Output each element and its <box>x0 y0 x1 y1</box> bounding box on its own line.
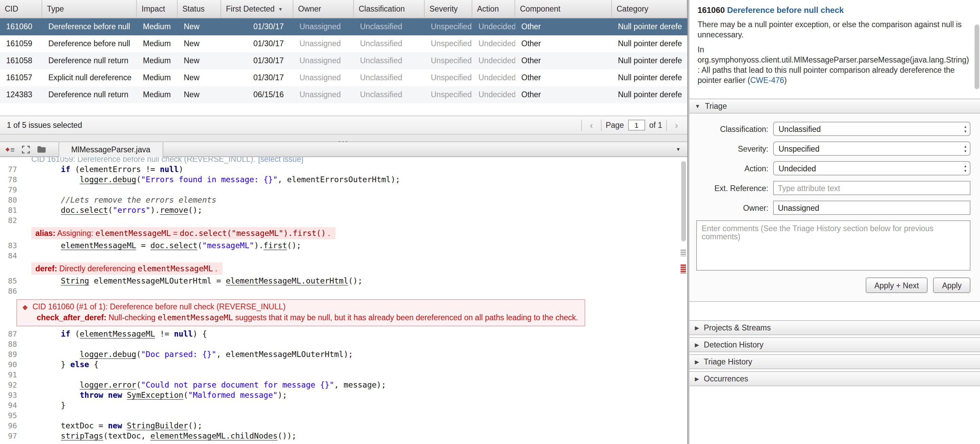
code-scrollbar-thumb[interactable] <box>681 161 686 241</box>
scroll-marker-red[interactable] <box>681 265 686 273</box>
table-row[interactable]: 161058Dereference null returnMediumNew01… <box>0 52 687 69</box>
expand-icon[interactable] <box>21 145 30 153</box>
column-header-label: Owner <box>298 5 321 13</box>
cell-type: Dereference null return <box>42 52 137 69</box>
event-line: alias: Assigning: elementMessageML = doc… <box>0 227 687 239</box>
column-header-label: Action <box>477 5 499 13</box>
coverity-app: CIDTypeImpactStatusFirst Detected▼OwnerC… <box>0 0 980 444</box>
ext-reference-input[interactable] <box>773 181 970 195</box>
line-number: 93 <box>0 390 23 401</box>
section-header-triage-history[interactable]: ▶Triage History <box>689 354 980 369</box>
column-header-first_detected[interactable]: First Detected▼ <box>221 0 293 18</box>
owner-label: Owner: <box>689 204 768 212</box>
cell-owner: Unassigned <box>293 52 354 69</box>
section-header-label: Triage History <box>704 358 752 366</box>
action-select[interactable]: Undecided▲▼ <box>773 161 970 175</box>
show-events-icon[interactable]: ◆ ≡ <box>5 145 14 153</box>
section-header-label: Occurrences <box>704 375 748 383</box>
table-row[interactable]: 161057Explicit null dereferenceMediumNew… <box>0 69 687 86</box>
cell-action: Undecided <box>472 35 515 52</box>
table-row[interactable]: 161060Dereference before nullMediumNew01… <box>0 18 687 35</box>
cell-status: New <box>178 69 221 86</box>
horizontal-splitter[interactable]: ••• <box>0 135 687 142</box>
cell-category: Null pointer derefe <box>612 86 687 103</box>
line-number: 89 <box>0 349 23 360</box>
cell-type: Explicit null dereference <box>42 69 137 86</box>
comment-textarea[interactable] <box>696 220 970 271</box>
expanded-triangle-icon: ▼ <box>695 103 700 109</box>
event-label: deref: <box>35 265 57 273</box>
file-dropdown-icon[interactable]: ▼ <box>676 147 681 152</box>
file-tab-title: MlMessageParser.java <box>71 145 150 153</box>
prev-page-button[interactable]: ‹ <box>586 116 597 134</box>
severity-select[interactable]: Unspecified▲▼ <box>773 141 970 156</box>
pager-divider <box>581 119 582 131</box>
code-line: 81 doc.select("errors").remove(); <box>0 205 687 216</box>
section-header-triage[interactable]: ▼ Triage <box>689 98 980 114</box>
cell-severity: Unspecified <box>425 86 472 103</box>
select-issue-link[interactable]: [select issue] <box>258 157 303 163</box>
column-header-severity[interactable]: Severity <box>425 0 472 18</box>
apply-button[interactable]: Apply <box>933 278 970 293</box>
cell-type: Dereference null return <box>42 86 137 103</box>
column-header-action[interactable]: Action <box>472 0 515 18</box>
cell-owner: Unassigned <box>293 35 354 52</box>
line-number: 84 <box>0 251 23 261</box>
cell-classification: Unclassified <box>354 52 425 69</box>
owner-input[interactable] <box>773 201 970 215</box>
classification-select[interactable]: Unclassified▲▼ <box>773 122 970 136</box>
cell-classification: Unclassified <box>354 86 425 103</box>
table-footer: 1 of 5 issues selected ‹ Page of 1 › <box>0 116 687 135</box>
previous-event-text: CID 161059: Dereference before null chec… <box>31 157 255 163</box>
code-text: logger.debug("Errors found in message: {… <box>23 175 400 185</box>
left-pane: CIDTypeImpactStatusFirst Detected▼OwnerC… <box>0 0 687 444</box>
event-line: deref: Directly dereferencing elementMes… <box>0 262 687 275</box>
next-page-button[interactable]: › <box>671 116 682 134</box>
page-input[interactable] <box>628 120 645 130</box>
cell-owner: Unassigned <box>293 86 354 103</box>
cwe-link[interactable]: CWE-476 <box>750 76 784 84</box>
column-header-classification[interactable]: Classification <box>354 0 425 18</box>
column-header-type[interactable]: Type <box>42 0 137 18</box>
line-number: 87 <box>0 329 23 339</box>
column-header-owner[interactable]: Owner <box>293 0 354 18</box>
event-chip: alias: Assigning: elementMessageML = doc… <box>31 227 336 239</box>
line-number: 88 <box>0 339 23 349</box>
cell-impact: Medium <box>137 35 178 52</box>
column-header-impact[interactable]: Impact <box>137 0 178 18</box>
table-empty-area <box>0 103 687 116</box>
cell-category: Null pointer derefe <box>612 18 687 35</box>
code-line: 93 throw new SymException("Malformed mes… <box>0 390 687 401</box>
issue-title-link[interactable]: Dereference before null check <box>727 5 844 15</box>
collapsed-triangle-icon: ▶ <box>695 376 699 382</box>
apply-next-button[interactable]: Apply + Next <box>865 278 928 293</box>
code-text: throw new SymException("Malformed messag… <box>23 390 287 401</box>
line-number: 83 <box>0 241 23 251</box>
scroll-marker-gray[interactable] <box>681 249 686 256</box>
details-scrollbar-thumb[interactable] <box>975 24 979 89</box>
code-line: 82 <box>0 216 687 226</box>
cell-category: Null pointer derefe <box>612 52 687 69</box>
event-label: alias: <box>35 229 56 237</box>
column-header-component[interactable]: Component <box>515 0 612 18</box>
file-tab[interactable]: MlMessageParser.java <box>58 142 163 157</box>
column-header-cid[interactable]: CID <box>0 0 42 18</box>
cell-category: Null pointer derefe <box>612 35 687 52</box>
select-stepper-icon: ▲▼ <box>964 144 967 154</box>
issue-summary: There may be a null pointer exception, o… <box>698 20 970 40</box>
section-header-detection-history[interactable]: ▶Detection History <box>689 337 980 352</box>
table-row[interactable]: 161059Dereference before nullMediumNew01… <box>0 35 687 52</box>
column-header-category[interactable]: Category <box>612 0 687 18</box>
cell-classification: Unclassified <box>354 69 425 86</box>
events-diamond-glyph: ◆ <box>5 146 10 152</box>
table-row[interactable]: 124383Dereference null returnMediumNew06… <box>0 86 687 103</box>
section-header-occurrences[interactable]: ▶Occurrences <box>689 371 980 386</box>
event-box-title: CID 161060 (#1 of 1): Dereference before… <box>32 303 285 311</box>
code-line: 85 String elementMessageMLOuterHtml = el… <box>0 276 687 286</box>
code-line: 84 <box>0 251 687 261</box>
collapsed-triangle-icon: ▶ <box>695 359 699 365</box>
folder-icon[interactable] <box>37 146 46 153</box>
code-text: doc.select("errors").remove(); <box>23 205 202 216</box>
column-header-status[interactable]: Status <box>178 0 221 18</box>
section-header-projects-streams[interactable]: ▶Projects & Streams <box>689 320 980 335</box>
